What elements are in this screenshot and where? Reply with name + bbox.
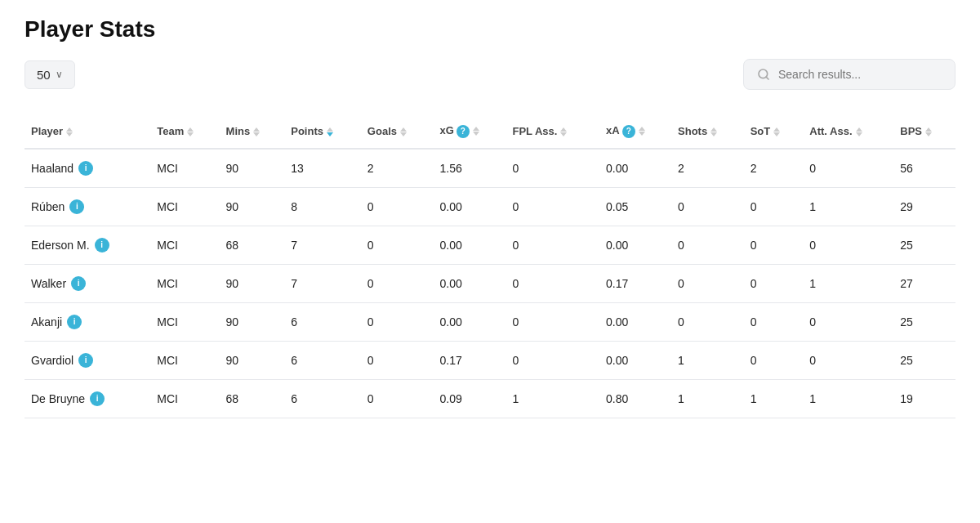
cell-team-5: MCI [150,341,219,379]
th-fpl_ass[interactable]: FPL Ass. [506,114,599,149]
stats-table: PlayerTeamMinsPointsGoalsxG?FPL Ass.xA?S… [24,114,956,418]
cell-att_ass-6: 1 [803,379,893,418]
cell-mins-1: 90 [220,187,285,226]
page-title: Player Stats [24,16,956,42]
info-badge-6[interactable]: i [90,391,105,406]
cell-team-1: MCI [150,187,219,226]
table-row: AkanjiiMCI90600.0000.0000025 [24,302,956,341]
info-badge-4[interactable]: i [67,315,82,329]
th-team[interactable]: Team [150,114,219,149]
player-name-2: Ederson M. [31,239,90,252]
cell-xa-6: 0.80 [599,379,671,418]
table-row: De BruyneiMCI68600.0910.8011119 [24,379,956,418]
player-name-0: Haaland [31,162,74,175]
info-badge-1[interactable]: i [69,199,84,214]
sort-icon-xa [639,127,645,136]
cell-xg-2: 0.00 [434,226,506,264]
cell-att_ass-4: 0 [803,302,893,341]
cell-fpl_ass-5: 0 [506,341,599,379]
cell-sot-2: 0 [744,226,804,264]
th-sot[interactable]: SoT [744,114,804,149]
player-cell-3: Walkeri [31,276,144,291]
player-cell-5: Gvardioli [31,353,144,368]
col-label-points: Points [291,125,323,137]
th-goals[interactable]: Goals [361,114,434,149]
cell-player-2: Ederson M.i [24,226,150,264]
cell-goals-1: 0 [361,187,434,226]
cell-mins-6: 68 [220,379,285,418]
info-badge-5[interactable]: i [78,353,93,368]
sort-icon-bps [925,127,932,136]
col-label-fpl_ass: FPL Ass. [512,125,557,137]
th-shots[interactable]: Shots [671,114,744,149]
info-badge-2[interactable]: i [95,238,109,253]
cell-shots-5: 1 [671,341,744,379]
cell-goals-5: 0 [361,341,434,379]
cell-points-2: 7 [284,226,361,264]
rows-per-page-value: 50 [37,68,51,82]
info-badge-3[interactable]: i [71,276,86,291]
cell-xa-0: 0.00 [599,149,671,188]
col-label-sot: SoT [751,125,771,137]
cell-xg-3: 0.00 [434,264,506,302]
search-box [743,59,956,90]
cell-fpl_ass-2: 0 [506,226,599,264]
cell-sot-4: 0 [744,302,804,341]
player-cell-0: Haalandi [31,161,144,176]
cell-xg-5: 0.17 [434,341,506,379]
cell-player-4: Akanjii [24,302,150,341]
cell-mins-0: 90 [220,149,285,188]
cell-xa-1: 0.05 [599,187,671,226]
player-cell-6: De Bruynei [31,391,144,406]
cell-fpl_ass-4: 0 [506,302,599,341]
cell-team-0: MCI [150,149,219,188]
sort-icon-att_ass [856,127,862,136]
col-label-player: Player [31,125,63,137]
th-mins[interactable]: Mins [220,114,285,149]
cell-xa-4: 0.00 [599,302,671,341]
cell-team-6: MCI [150,379,219,418]
cell-fpl_ass-3: 0 [506,264,599,302]
cell-points-5: 6 [284,341,361,379]
search-input[interactable] [778,68,942,81]
cell-bps-1: 29 [893,187,956,226]
table-row: GvardioliMCI90600.1700.0010025 [24,341,956,379]
cell-xg-0: 1.56 [434,149,506,188]
sort-icon-goals [400,127,407,136]
th-player[interactable]: Player [24,114,150,149]
cell-team-4: MCI [150,302,219,341]
player-name-1: Rúben [31,200,65,213]
rows-per-page-select[interactable]: 50 ∨ [24,60,75,89]
cell-xa-2: 0.00 [599,226,671,264]
chevron-down-icon: ∨ [56,69,63,80]
th-att_ass[interactable]: Att. Ass. [803,114,893,149]
sort-icon-shots [710,127,717,136]
cell-xa-5: 0.00 [599,341,671,379]
cell-points-4: 6 [284,302,361,341]
col-label-xg: xG [440,124,454,136]
cell-att_ass-3: 1 [803,264,893,302]
player-cell-1: Rúbeni [31,199,144,214]
player-name-6: De Bruyne [31,392,85,405]
th-bps[interactable]: BPS [893,114,956,149]
help-icon-xa[interactable]: ? [622,125,635,138]
search-icon [757,68,770,81]
help-icon-xg[interactable]: ? [457,125,470,138]
th-xa[interactable]: xA? [599,114,671,149]
th-points[interactable]: Points [284,114,361,149]
cell-xa-3: 0.17 [599,264,671,302]
cell-sot-1: 0 [744,187,804,226]
cell-sot-3: 0 [744,264,804,302]
cell-fpl_ass-1: 0 [506,187,599,226]
cell-shots-4: 0 [671,302,744,341]
cell-mins-5: 90 [220,341,285,379]
th-xg[interactable]: xG? [434,114,506,149]
cell-att_ass-0: 0 [803,149,893,188]
cell-player-1: Rúbeni [24,187,150,226]
sort-icon-fpl_ass [560,127,567,136]
cell-bps-0: 56 [893,149,956,188]
info-badge-0[interactable]: i [78,161,93,176]
cell-shots-2: 0 [671,226,744,264]
table-row: HaalandiMCI901321.5600.0022056 [24,149,956,188]
cell-shots-6: 1 [671,379,744,418]
